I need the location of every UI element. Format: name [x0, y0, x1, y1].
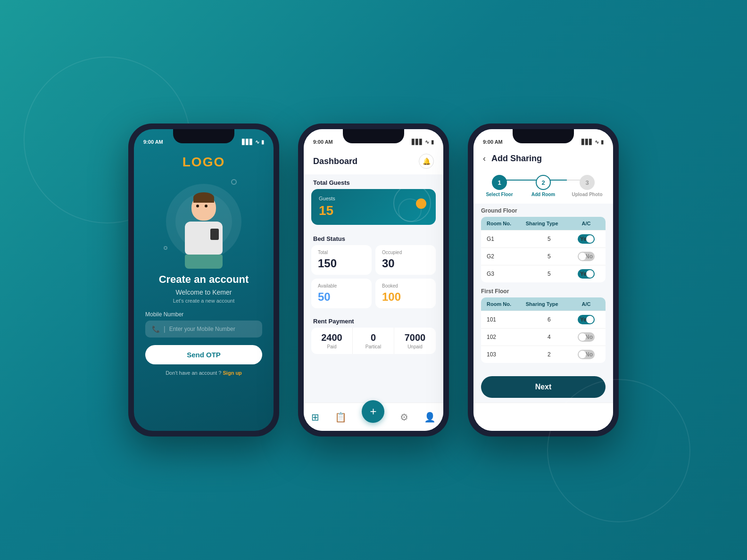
battery-icon-2: ▮	[431, 139, 434, 145]
login-subtitle: Welcome to Kemer	[176, 288, 232, 296]
wifi-icon-3: ∿	[595, 139, 599, 145]
app-logo: LOGO	[183, 155, 225, 170]
room-101-number: 101	[487, 316, 526, 323]
notch-3	[513, 129, 574, 143]
notch	[173, 129, 234, 143]
first-floor-title: First Floor	[481, 288, 606, 295]
step-3-circle: 3	[580, 175, 595, 190]
battery-icon-3: ▮	[601, 139, 604, 145]
room-g2-sharing: 5	[526, 253, 573, 260]
occupied-value: 30	[382, 257, 429, 270]
battery-icon: ▮	[261, 139, 264, 145]
signal-icon-3: ▋▋▋	[581, 139, 593, 145]
room-g2-toggle-label: No	[585, 253, 593, 260]
ground-room-g3: G3 5 Yes	[481, 265, 606, 282]
nav-profile[interactable]: 👤	[424, 412, 436, 423]
room-103-number: 103	[487, 351, 526, 358]
room-g3-toggle[interactable]: Yes	[578, 269, 595, 279]
room-101-sharing: 6	[526, 316, 573, 323]
ground-floor-title: Ground Floor	[481, 207, 606, 214]
status-icons-2: ▋▋▋ ∿ ▮	[412, 139, 434, 145]
room-g2-toggle[interactable]: No	[578, 252, 595, 261]
rent-grid: 2400 Paid 0 Partical 7000 Unpaid	[311, 328, 436, 354]
header-ac-2: A/C	[573, 301, 600, 307]
signal-icon: ▋▋▋	[242, 139, 253, 145]
first-table-header: Room No. Sharing Type A/C	[481, 297, 606, 311]
occupied-bed-card: Occupied 30	[375, 245, 436, 275]
total-guests-label: Total Guests	[304, 174, 443, 189]
first-floor-table: Room No. Sharing Type A/C 101 6 Yes 102 …	[481, 297, 606, 363]
room-101-toggle-label: Yes	[580, 316, 590, 323]
room-103-toggle[interactable]: No	[578, 350, 595, 359]
step-3: 3 Upload Photo	[571, 175, 604, 197]
first-room-101: 101 6 Yes	[481, 311, 606, 328]
signup-link[interactable]: Sign up	[223, 370, 242, 376]
next-button[interactable]: Next	[481, 376, 606, 398]
available-bed-card: Available 50	[311, 279, 372, 308]
login-title: Create an account	[159, 273, 249, 286]
rent-payment-label: Rent Payment	[304, 313, 443, 328]
room-g3-number: G3	[487, 271, 526, 277]
guests-card: Guests 15	[311, 189, 436, 225]
unpaid-value: 7000	[398, 332, 432, 343]
total-bed-label: Total	[318, 250, 365, 255]
phone-sharing: 9:00 AM ▋▋▋ ∿ ▮ ‹ Add Sharing 1 Select F…	[468, 124, 619, 436]
status-time-1: 9:00 AM	[143, 139, 163, 145]
nav-settings[interactable]: ⚙	[400, 412, 408, 423]
partial-value: 0	[357, 332, 390, 343]
status-icons-1: ▋▋▋ ∿ ▮	[242, 139, 264, 145]
room-102-number: 102	[487, 334, 526, 340]
total-bed-card: Total 150	[311, 245, 372, 275]
phone-dashboard: 9:00 AM ▋▋▋ ∿ ▮ Dashboard 🔔 Total Guests…	[298, 124, 449, 436]
step-2-label: Add Room	[531, 192, 556, 197]
header-sharing-1: Sharing Type	[526, 221, 573, 226]
mobile-label: Mobile Number	[145, 311, 183, 318]
room-g2-number: G2	[487, 253, 526, 260]
share-body: Ground Floor Room No. Sharing Type A/C G…	[473, 204, 613, 390]
bottom-nav: ⊞ 📋 + ⚙ 👤	[304, 403, 443, 431]
fab-add-button[interactable]: +	[362, 400, 384, 423]
send-otp-button[interactable]: Send OTP	[145, 345, 262, 364]
unpaid-item: 7000 Unpaid	[394, 328, 436, 354]
room-g1-number: G1	[487, 236, 526, 242]
booked-value: 100	[382, 290, 429, 304]
wifi-icon: ∿	[255, 139, 259, 145]
room-g1-sharing: 5	[526, 236, 573, 242]
back-button[interactable]: ‹	[483, 154, 486, 164]
notification-bell[interactable]: 🔔	[419, 154, 434, 169]
room-103-toggle-label: No	[585, 351, 593, 358]
header-ac-1: A/C	[573, 221, 600, 226]
step-1-circle: 1	[492, 175, 507, 190]
nav-documents[interactable]: 📋	[335, 412, 347, 423]
signup-text: Don't have an account ? Sign up	[166, 370, 242, 376]
unpaid-label: Unpaid	[398, 344, 432, 349]
room-g1-toggle[interactable]: Yes	[578, 234, 595, 244]
step-3-label: Upload Photo	[572, 192, 603, 197]
room-103-sharing: 2	[526, 351, 573, 358]
header-room-no-2: Room No.	[487, 301, 526, 307]
room-102-toggle[interactable]: No	[578, 332, 595, 342]
nav-dashboard[interactable]: ⊞	[311, 412, 319, 423]
paid-value: 2400	[315, 332, 349, 343]
avatar-illustration	[161, 174, 246, 269]
signup-prompt: Don't have an account ?	[166, 370, 221, 376]
progress-stepper: 1 Select Floor 2 Add Room 3 Upload Photo	[473, 170, 613, 204]
status-icons-3: ▋▋▋ ∿ ▮	[581, 139, 604, 145]
step-1-label: Select Floor	[486, 192, 513, 197]
ground-floor-table: Room No. Sharing Type A/C G1 5 Yes G2 5 …	[481, 217, 606, 282]
ground-room-g1: G1 5 Yes	[481, 230, 606, 247]
status-time-3: 9:00 AM	[483, 139, 503, 145]
room-101-toggle[interactable]: Yes	[578, 315, 595, 324]
divider: |	[164, 325, 166, 333]
partial-label: Partical	[357, 344, 390, 349]
header-room-no-1: Room No.	[487, 221, 526, 226]
mobile-input[interactable]	[169, 326, 256, 332]
dashboard-title: Dashboard	[313, 156, 357, 166]
first-room-102: 102 4 No	[481, 328, 606, 346]
room-g3-sharing: 5	[526, 271, 573, 277]
mobile-input-wrapper: 📞 |	[145, 321, 262, 338]
phone-login: 9:00 AM ▋▋▋ ∿ ▮ LOGO	[128, 124, 279, 436]
card-deco-dot	[416, 198, 426, 209]
booked-bed-card: Booked 100	[375, 279, 436, 308]
header-sharing-2: Sharing Type	[526, 301, 573, 307]
